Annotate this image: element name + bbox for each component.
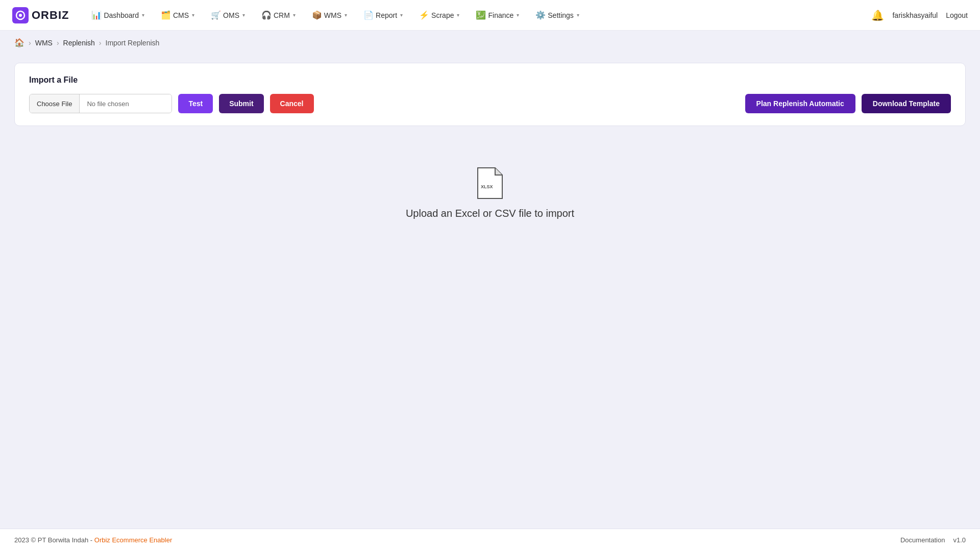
breadcrumb-sep-3: ›: [99, 39, 102, 47]
crm-icon: 🎧: [261, 10, 272, 20]
cancel-button[interactable]: Cancel: [270, 94, 314, 113]
file-input-wrapper: Choose File No file chosen: [29, 94, 172, 113]
nav-label-report: Report: [376, 11, 397, 19]
xlsx-icon: XLSX: [476, 167, 504, 199]
file-name-display: No file chosen: [80, 94, 172, 113]
nav-username[interactable]: fariskhasyaiful: [892, 11, 938, 19]
wms-icon: 📦: [312, 10, 322, 20]
nav-right: 🔔 fariskhasyaiful Logout: [871, 9, 968, 21]
submit-button[interactable]: Submit: [219, 94, 263, 113]
chevron-down-icon: ▾: [242, 12, 245, 18]
breadcrumb-current: Import Replenish: [106, 39, 160, 47]
nav-label-settings: Settings: [548, 11, 574, 19]
breadcrumb: 🏠 › WMS › Replenish › Import Replenish: [0, 31, 980, 55]
settings-icon: ⚙️: [535, 10, 546, 20]
upload-instruction-text: Upload an Excel or CSV file to import: [406, 208, 574, 219]
nav-label-oms: OMS: [223, 11, 239, 19]
import-card-title: Import a File: [29, 76, 951, 85]
oms-icon: 🛒: [211, 10, 221, 20]
nav-label-finance: Finance: [488, 11, 513, 19]
nav-label-wms: WMS: [324, 11, 341, 19]
choose-file-button[interactable]: Choose File: [30, 94, 80, 113]
chevron-down-icon: ▾: [142, 12, 144, 18]
navbar: ORBIZ 📊 Dashboard ▾ 🗂️ CMS ▾ 🛒 OMS ▾ 🎧 C…: [0, 0, 980, 31]
plan-replenish-button[interactable]: Plan Replenish Automatic: [745, 94, 855, 113]
nav-item-report[interactable]: 📄 Report ▾: [357, 7, 409, 23]
breadcrumb-replenish[interactable]: Replenish: [63, 39, 95, 47]
nav-item-cms[interactable]: 🗂️ CMS ▾: [155, 7, 201, 23]
logo-icon: [12, 7, 29, 23]
footer-right: Documentation v1.0: [900, 536, 966, 544]
nav-item-oms[interactable]: 🛒 OMS ▾: [205, 7, 251, 23]
nav-item-finance[interactable]: 💹 Finance ▾: [470, 7, 525, 23]
test-button[interactable]: Test: [178, 94, 213, 113]
chevron-down-icon: ▾: [400, 12, 403, 18]
import-controls: Choose File No file chosen Test Submit C…: [29, 94, 951, 113]
nav-label-scrape: Scrape: [431, 11, 454, 19]
nav-item-dashboard[interactable]: 📊 Dashboard ▾: [85, 7, 151, 23]
dashboard-icon: 📊: [91, 10, 102, 20]
logo-text: ORBIZ: [32, 9, 69, 22]
chevron-down-icon: ▾: [517, 12, 519, 18]
footer-link[interactable]: Orbiz Ecommerce Enabler: [94, 536, 172, 544]
chevron-down-icon: ▾: [577, 12, 579, 18]
svg-text:XLSX: XLSX: [481, 184, 493, 189]
footer: 2023 © PT Borwita Indah - Orbiz Ecommerc…: [0, 529, 980, 551]
nav-label-dashboard: Dashboard: [104, 11, 139, 19]
breadcrumb-sep: ›: [29, 39, 31, 47]
cms-icon: 🗂️: [161, 10, 171, 20]
breadcrumb-wms[interactable]: WMS: [35, 39, 53, 47]
main-content: Import a File Choose File No file chosen…: [0, 55, 980, 529]
report-icon: 📄: [363, 10, 374, 20]
home-icon[interactable]: 🏠: [14, 38, 24, 47]
download-template-button[interactable]: Download Template: [862, 94, 951, 113]
upload-area: XLSX Upload an Excel or CSV file to impo…: [14, 126, 966, 250]
nav-label-cms: CMS: [173, 11, 189, 19]
footer-copyright: 2023 © PT Borwita Indah -: [14, 536, 94, 544]
footer-version: v1.0: [953, 536, 966, 544]
nav-item-settings[interactable]: ⚙️ Settings ▾: [529, 7, 585, 23]
breadcrumb-sep-2: ›: [57, 39, 59, 47]
nav-item-crm[interactable]: 🎧 CRM ▾: [255, 7, 302, 23]
chevron-down-icon: ▾: [457, 12, 459, 18]
nav-item-scrape[interactable]: ⚡ Scrape ▾: [413, 7, 465, 23]
bell-icon[interactable]: 🔔: [871, 9, 884, 21]
chevron-down-icon: ▾: [293, 12, 296, 18]
logo[interactable]: ORBIZ: [12, 7, 69, 23]
chevron-down-icon: ▾: [192, 12, 194, 18]
finance-icon: 💹: [476, 10, 486, 20]
import-card: Import a File Choose File No file chosen…: [14, 63, 966, 126]
nav-item-wms[interactable]: 📦 WMS ▾: [306, 7, 353, 23]
footer-documentation[interactable]: Documentation: [900, 536, 945, 544]
svg-point-1: [19, 14, 22, 17]
nav-logout[interactable]: Logout: [946, 11, 968, 19]
nav-label-crm: CRM: [274, 11, 290, 19]
scrape-icon: ⚡: [419, 10, 429, 20]
footer-left: 2023 © PT Borwita Indah - Orbiz Ecommerc…: [14, 536, 172, 544]
chevron-down-icon: ▾: [345, 12, 347, 18]
